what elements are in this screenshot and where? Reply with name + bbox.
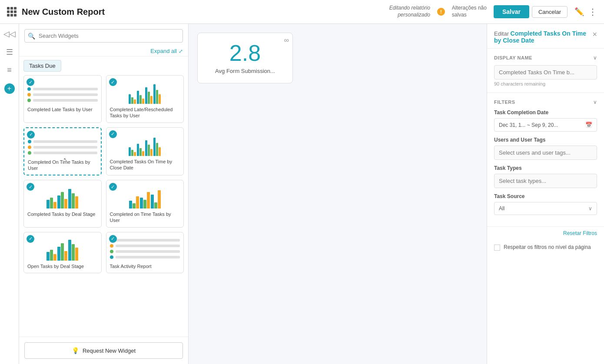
edit-panel-title: Editar Completed Tasks On Time by Close … (494, 30, 592, 44)
widget-grid-row4: ✓ (23, 232, 184, 273)
display-name-chevron: ∨ (593, 55, 597, 61)
canvas-widget-menu-icon[interactable]: ∞ (284, 36, 289, 44)
check-icon: ✓ (27, 78, 34, 86)
nav-list-icon[interactable]: ☰ (6, 47, 13, 57)
canvas-area: ∞ 2.8 Avg Form Submission... (189, 24, 487, 364)
widget-card-open-tasks[interactable]: ✓ (23, 232, 102, 273)
lightbulb-icon: 💡 (72, 347, 79, 354)
widget-card-on-time-user[interactable]: ✓ Completed On Time Tasks by User ↖ (23, 127, 102, 176)
canvas-metric-value: 2.8 (229, 42, 261, 64)
save-button[interactable]: Salvar (494, 5, 529, 18)
widget-thumb (27, 185, 98, 208)
widget-card-completed-late[interactable]: ✓ Completed Late Tasks by User (23, 75, 102, 123)
close-edit-panel-button[interactable]: × (592, 30, 597, 39)
widget-label: Completed Late Tasks by User (27, 106, 98, 113)
task-types-input[interactable] (494, 174, 597, 188)
cursor-indicator: ↖ (63, 157, 67, 162)
search-icon: 🔍 (28, 33, 35, 40)
pencil-icon[interactable]: ✏️ (574, 7, 584, 17)
widget-grid-row1: ✓ Completed Late Tasks by User ✓ (23, 75, 184, 123)
add-widget-wrap: 💡 Request New Widget (19, 337, 188, 364)
check-icon: ✓ (109, 183, 117, 191)
widget-card-deal-stage[interactable]: ✓ (23, 180, 102, 228)
widget-grid-row2: ✓ Completed On Time Tasks by User ↖ ✓ (23, 127, 184, 176)
check-icon: ✓ (109, 78, 117, 86)
widget-label: Completed Tasks On Time by Close Date (110, 159, 180, 171)
header-actions: Salvar Cancelar (494, 5, 567, 18)
widget-label: Completed On Time Tasks by User (28, 159, 97, 172)
filters-chevron: ∨ (593, 99, 597, 105)
filters-section-header[interactable]: FILTERS ∨ (494, 99, 597, 105)
widget-card-on-time-user2[interactable]: ✓ (106, 180, 184, 228)
canvas-metric-label: Avg Form Submission... (215, 68, 275, 74)
widget-thumb (110, 237, 180, 261)
widget-label: Completed on Time Tasks by User (110, 211, 180, 224)
widget-thumb (28, 132, 97, 156)
widget-card-on-time-close-date[interactable]: ✓ (106, 127, 184, 176)
widget-thumb (110, 132, 180, 156)
search-input[interactable] (24, 29, 183, 43)
widget-thumb (110, 185, 180, 208)
display-name-section-header[interactable]: DISPLAY NAME ∨ (494, 55, 597, 61)
task-types-filter: Task Types (494, 165, 597, 188)
top-header: New Custom Report Editando relatório per… (0, 0, 604, 24)
task-source-select[interactable]: All ∨ (494, 202, 597, 215)
widget-thumb (27, 237, 98, 261)
cancel-button[interactable]: Cancelar (532, 6, 567, 18)
expand-icon: ⤢ (179, 48, 183, 54)
action-icons: ✏️ ⋮ (574, 7, 597, 17)
reset-filters-button[interactable]: Resetar Filtros (494, 230, 597, 236)
page-level-filters-checkbox[interactable] (494, 245, 500, 251)
page-title: New Custom Report (22, 7, 384, 17)
task-source-filter: Task Source All ∨ (494, 193, 597, 215)
display-name-section: DISPLAY NAME ∨ 90 characters remaining (487, 49, 604, 93)
widget-label: Task Activity Report (110, 263, 180, 269)
nav-collapse-icon[interactable]: ◁◁ (3, 29, 16, 39)
users-tags-input[interactable] (494, 146, 597, 160)
task-source-chevron: ∨ (588, 205, 592, 212)
users-tags-filter: Users and User Tags (494, 137, 597, 160)
left-nav: ◁◁ ☰ ≡ + (0, 24, 19, 364)
date-range-input[interactable]: Dec 31, 1... ~ Sep 9, 20... 📅 (494, 118, 597, 132)
check-icon: ✓ (27, 235, 34, 243)
nav-add-icon[interactable]: + (4, 83, 15, 94)
task-completion-date-filter: Task Completion Date Dec 31, 1... ~ Sep … (494, 109, 597, 132)
widget-list: Tasks Due ✓ Completed Late Tasks by User (19, 56, 188, 337)
tasks-due-chip[interactable]: Tasks Due (23, 60, 61, 72)
edit-panel: Editar Completed Tasks On Time by Close … (487, 24, 604, 364)
widget-label: Open Tasks by Deal Stage (27, 263, 98, 269)
widget-label: Completed Late/Rescheduled Tasks by User (110, 106, 180, 119)
warning-badge: ! (437, 8, 445, 16)
editing-label: Editando relatório personalizado (389, 5, 430, 18)
header-right: Editando relatório personalizado ! Alter… (389, 5, 597, 18)
widget-label: Completed Tasks by Deal Stage (27, 211, 98, 217)
expand-all-bar: Expand all ⤢ (19, 46, 188, 56)
more-options-icon[interactable]: ⋮ (588, 7, 597, 17)
widget-thumb (110, 80, 180, 104)
canvas-widget: ∞ 2.8 Avg Form Submission... (197, 33, 293, 83)
widget-panel: 🔍 Expand all ⤢ Tasks Due ✓ (19, 24, 189, 364)
unsaved-label: Alterações não salvas (452, 5, 487, 18)
check-icon: ✓ (27, 131, 35, 139)
widget-card-completed-late-rescheduled[interactable]: ✓ (106, 75, 184, 123)
widget-grid-row3: ✓ (23, 180, 184, 228)
request-new-widget-button[interactable]: 💡 Request New Widget (24, 342, 183, 359)
check-icon: ✓ (109, 130, 117, 138)
calendar-icon: 📅 (585, 122, 592, 128)
chars-remaining: 90 characters remaining (494, 81, 597, 86)
nav-filter-icon[interactable]: ≡ (7, 66, 12, 75)
checkbox-row: Respeitar os filtros no nível da página (487, 240, 604, 255)
edit-panel-header: Editar Completed Tasks On Time by Close … (487, 24, 604, 49)
filters-section: FILTERS ∨ Task Completion Date Dec 31, 1… (487, 93, 604, 227)
widget-card-task-activity[interactable]: ✓ Task Activity Report (106, 232, 184, 273)
expand-all-button[interactable]: Expand all ⤢ (150, 48, 183, 54)
check-icon: ✓ (109, 235, 117, 243)
widget-thumb (27, 80, 98, 104)
main-layout: ◁◁ ☰ ≡ + 🔍 Expand all ⤢ Tasks Due ✓ (0, 24, 604, 364)
search-bar: 🔍 (19, 24, 188, 46)
app-grid-icon[interactable] (7, 7, 17, 17)
display-name-input[interactable] (494, 65, 597, 79)
